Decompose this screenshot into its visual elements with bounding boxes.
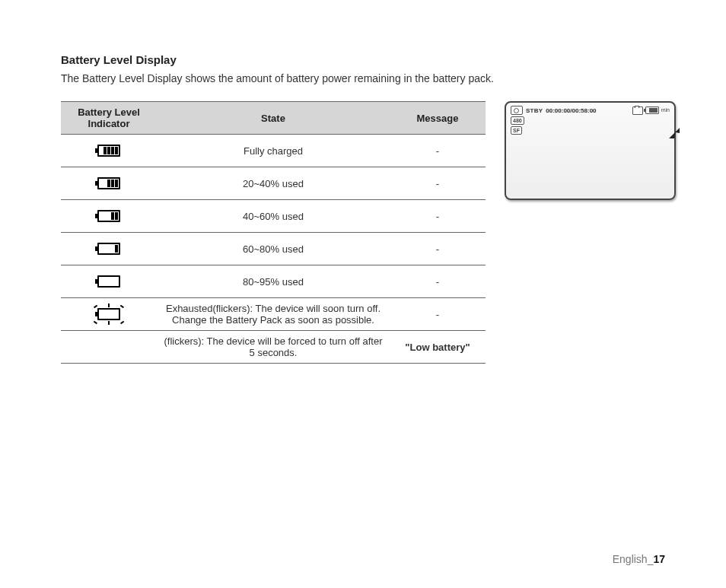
table-row: Fully charged - (61, 135, 486, 167)
table-row: 80~95% used - (61, 265, 486, 298)
min-label: min (661, 108, 670, 113)
card-icon (632, 106, 643, 115)
state-cell: 20~40% used (157, 167, 390, 200)
table-row: Exhausted(flickers): The device will soo… (61, 298, 486, 331)
col-indicator: Battery Level Indicator (61, 102, 157, 135)
state-cell: 80~95% used (157, 265, 390, 298)
table-row: (flickers): The device will be forced to… (61, 331, 486, 364)
screen-second-row: 480 (511, 116, 670, 125)
section-title: Battery Level Display (61, 53, 665, 66)
message-cell: - (390, 298, 486, 331)
battery-icon-3bars (61, 167, 157, 200)
resolution-badge: 480 (511, 116, 524, 125)
battery-icon-2bars (61, 200, 157, 233)
state-cell: Exhausted(flickers): The device will soo… (157, 298, 390, 331)
message-cell: - (390, 233, 486, 265)
battery-icon-full (61, 135, 157, 167)
content-row: Battery Level Indicator State Message Fu… (61, 101, 665, 364)
message-cell: - (390, 200, 486, 233)
stby-label: STBY (526, 107, 543, 114)
svg-marker-1 (669, 128, 680, 138)
document-page: Battery Level Display The Battery Level … (0, 0, 726, 588)
section-description: The Battery Level Display shows the amou… (61, 72, 665, 84)
page-number-value: 17 (653, 553, 665, 565)
message-cell: - (390, 167, 486, 200)
quality-badge: SF (511, 126, 522, 135)
col-state: State (157, 102, 390, 135)
table-row: 20~40% used - (61, 167, 486, 200)
screen-top-row: STBY 00:00:00/00:58:00 min (511, 106, 670, 115)
battery-status-icon (645, 106, 659, 114)
battery-icon-blank (61, 331, 157, 364)
message-cell: - (390, 265, 486, 298)
state-cell: Fully charged (157, 135, 390, 167)
table-row: 40~60% used - (61, 200, 486, 233)
screen-third-row: SF (511, 126, 670, 135)
battery-icon-flicker (61, 298, 157, 331)
message-cell: - (390, 135, 486, 167)
message-cell: "Low battery" (390, 331, 486, 364)
page-language: English_ (613, 553, 654, 565)
timecode-label: 00:00:00/00:58:00 (546, 107, 596, 114)
battery-icon-empty (61, 265, 157, 298)
state-cell: 60~80% used (157, 233, 390, 265)
battery-table: Battery Level Indicator State Message Fu… (61, 101, 486, 364)
table-header-row: Battery Level Indicator State Message (61, 102, 486, 135)
table-row: 60~80% used - (61, 233, 486, 265)
state-cell: (flickers): The device will be forced to… (157, 331, 390, 364)
camcorder-screen-preview: STBY 00:00:00/00:58:00 min 480 SF (505, 101, 676, 200)
page-number: English_17 (613, 553, 665, 565)
battery-table-wrap: Battery Level Indicator State Message Fu… (61, 101, 486, 364)
state-cell: 40~60% used (157, 200, 390, 233)
col-message: Message (390, 102, 486, 135)
camcorder-mode-icon (511, 106, 523, 115)
battery-icon-1bar (61, 233, 157, 265)
